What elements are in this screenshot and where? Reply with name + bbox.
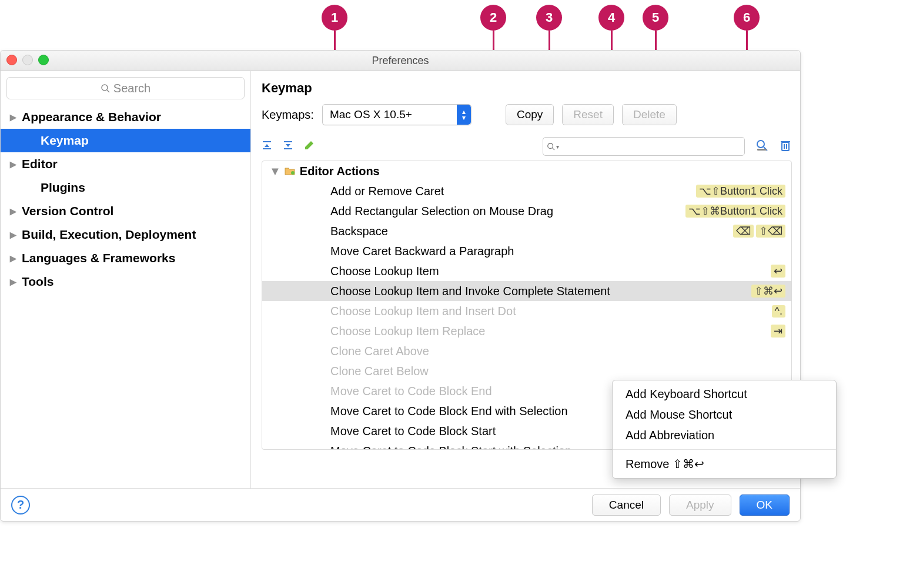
nav-list: ▸Appearance & BehaviorKeymap▸EditorPlugi…: [1, 105, 250, 293]
content-panel: Keymap Keymaps: Mac OS X 10.5+ ▴▾ Copy R…: [251, 71, 800, 489]
svg-marker-6: [286, 144, 290, 147]
svg-point-11: [757, 141, 764, 148]
tree-row-label: Clone Caret Below: [330, 365, 785, 378]
sidebar-item-label: Version Control: [22, 204, 113, 218]
window-title: Preferences: [372, 55, 429, 67]
shortcut-badge: ⌫: [733, 225, 754, 238]
sidebar-item[interactable]: ▸Build, Execution, Deployment: [1, 223, 250, 246]
menu-add-abbreviation[interactable]: Add Abbreviation: [613, 425, 836, 446]
sidebar-item[interactable]: Plugins: [1, 176, 250, 199]
tree-row[interactable]: Clone Caret Above: [262, 341, 791, 361]
sidebar-item-label: Editor: [22, 157, 58, 171]
callout-3: 3: [536, 5, 562, 31]
tree-row-label: Choose Lookup Item and Invoke Complete S…: [330, 285, 749, 298]
expand-all-icon[interactable]: [262, 140, 272, 153]
sidebar-item-label: Tools: [22, 275, 53, 289]
window-controls[interactable]: [6, 55, 49, 65]
page-title: Keymap: [262, 81, 792, 96]
callout-5: 5: [643, 5, 668, 31]
svg-rect-13: [757, 149, 767, 151]
sidebar-item[interactable]: ▸Languages & Frameworks: [1, 246, 250, 270]
minimize-icon: [22, 55, 33, 65]
disclosure-arrow-icon: ▼: [269, 165, 281, 178]
sidebar-item[interactable]: ▸Version Control: [1, 199, 250, 223]
tree-group[interactable]: ▼Editor Actions: [262, 161, 791, 181]
tree-row[interactable]: Add Rectangular Selection on Mouse Drag⌥…: [262, 201, 791, 221]
sidebar-item[interactable]: ▸Tools: [1, 270, 250, 293]
sidebar-item-label: Keymap: [41, 133, 89, 148]
trash-icon[interactable]: [779, 139, 792, 155]
disclosure-arrow-icon: ▸: [10, 275, 22, 289]
sidebar: Search ▸Appearance & BehaviorKeymap▸Edit…: [1, 71, 251, 489]
delete-button[interactable]: Delete: [622, 104, 677, 125]
svg-point-18: [291, 171, 295, 175]
copy-button[interactable]: Copy: [506, 104, 554, 125]
tree-row[interactable]: Choose Lookup Item↩: [262, 261, 791, 281]
tree-row[interactable]: Move Caret Backward a Paragraph: [262, 241, 791, 261]
tree-row[interactable]: Choose Lookup Item and Invoke Complete S…: [262, 281, 791, 301]
menu-remove-shortcut[interactable]: Remove ⇧⌘↩: [613, 453, 836, 475]
sidebar-item[interactable]: ▸Editor: [1, 152, 250, 176]
sidebar-item-label: Build, Execution, Deployment: [22, 228, 196, 242]
svg-point-0: [102, 85, 108, 91]
cancel-button[interactable]: Cancel: [592, 495, 661, 516]
tree-row[interactable]: Choose Lookup Item and Insert Dot^.: [262, 301, 791, 321]
tree-row[interactable]: Add or Remove Caret⌥⇧Button1 Click: [262, 181, 791, 201]
svg-line-1: [107, 90, 109, 92]
collapse-all-icon[interactable]: [283, 140, 293, 153]
folder-icon: [285, 165, 295, 178]
disclosure-arrow-icon: ▸: [10, 251, 22, 265]
dialog-footer: ? Cancel Apply OK: [1, 488, 800, 521]
find-shortcut-icon[interactable]: [755, 139, 768, 155]
svg-line-10: [553, 148, 555, 151]
keymaps-label: Keymaps:: [262, 108, 314, 122]
tree-row-label: Clone Caret Above: [330, 345, 785, 358]
sidebar-item[interactable]: Keymap: [1, 129, 250, 152]
search-input[interactable]: Search: [6, 77, 245, 99]
shortcut-badge: ⌥⇧⌘Button1 Click: [685, 205, 785, 218]
search-placeholder: Search: [113, 82, 150, 95]
menu-add-keyboard-shortcut[interactable]: Add Keyboard Shortcut: [613, 384, 836, 405]
edit-icon[interactable]: [304, 140, 315, 153]
tree-row-label: Add Rectangular Selection on Mouse Drag: [330, 205, 683, 218]
sidebar-item-label: Appearance & Behavior: [22, 110, 161, 124]
callout-6: 6: [734, 5, 760, 31]
disclosure-arrow-icon: ▸: [10, 228, 22, 242]
action-search-input[interactable]: ▾: [543, 137, 745, 156]
tree-row-label: Backspace: [330, 225, 731, 238]
tree-row[interactable]: Choose Lookup Item Replace⇥: [262, 321, 791, 341]
keymaps-select[interactable]: Mac OS X 10.5+ ▴▾: [322, 104, 471, 125]
context-menu[interactable]: Add Keyboard Shortcut Add Mouse Shortcut…: [612, 380, 837, 479]
svg-point-9: [548, 143, 553, 149]
close-icon[interactable]: [6, 55, 17, 65]
sidebar-item-label: Languages & Frameworks: [22, 251, 175, 265]
svg-marker-8: [305, 141, 313, 149]
search-icon: [547, 142, 555, 151]
callout-4: 4: [598, 5, 624, 31]
disclosure-arrow-icon: ▸: [10, 204, 22, 218]
tree-row-label: Choose Lookup Item and Insert Dot: [330, 305, 770, 318]
callout-1: 1: [322, 5, 347, 31]
ok-button[interactable]: OK: [740, 495, 790, 516]
tree-row-label: Choose Lookup Item Replace: [330, 325, 768, 338]
tree-row-label: Choose Lookup Item: [330, 265, 768, 278]
tree-group-label: Editor Actions: [300, 165, 785, 178]
reset-button[interactable]: Reset: [562, 104, 614, 125]
tree-row[interactable]: Backspace⌫⇧⌫: [262, 221, 791, 241]
tree-row-label: Add or Remove Caret: [330, 185, 694, 198]
shortcut-badge: ⌥⇧Button1 Click: [696, 185, 785, 198]
keymaps-value: Mac OS X 10.5+: [330, 108, 457, 121]
shortcut-badge: ⇥: [771, 325, 785, 338]
sidebar-item[interactable]: ▸Appearance & Behavior: [1, 105, 250, 129]
menu-add-mouse-shortcut[interactable]: Add Mouse Shortcut: [613, 405, 836, 425]
titlebar[interactable]: Preferences: [1, 51, 800, 71]
shortcut-badge: ⇧⌫: [756, 225, 785, 238]
zoom-icon[interactable]: [38, 55, 49, 65]
tree-row[interactable]: Clone Caret Below: [262, 361, 791, 381]
sidebar-item-label: Plugins: [41, 181, 85, 195]
callout-2: 2: [480, 5, 506, 31]
help-button[interactable]: ?: [11, 496, 30, 514]
apply-button[interactable]: Apply: [669, 495, 731, 516]
toolbar: ▾: [262, 137, 792, 156]
preferences-window: Preferences Search ▸Appearance & Behavio…: [0, 50, 801, 522]
